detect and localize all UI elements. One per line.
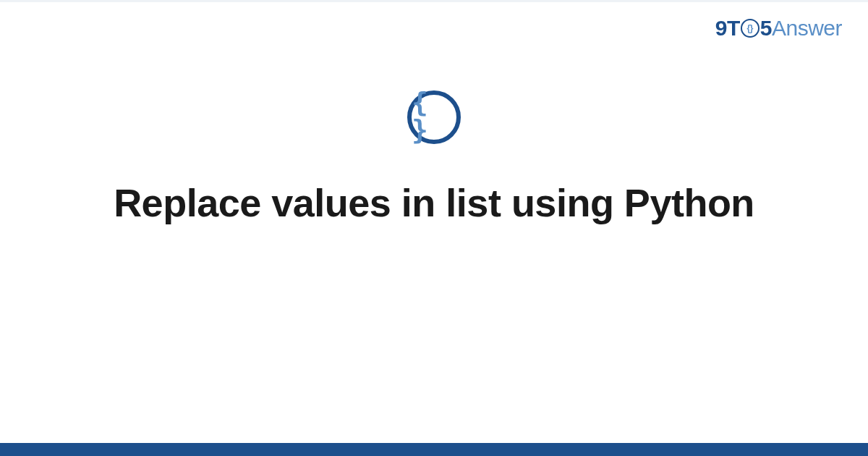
logo-five: 5	[760, 16, 772, 41]
logo-o-ring: {}	[741, 19, 760, 38]
logo-o-badge: {}	[741, 19, 760, 38]
logo-answer: Answer	[772, 16, 842, 41]
page-title: Replace values in list using Python	[114, 179, 754, 228]
braces-glyph: { }	[412, 88, 456, 143]
site-logo[interactable]: 9 T {} 5 Answer	[715, 16, 842, 41]
top-light-bar	[0, 0, 868, 2]
logo-o-braces: {}	[747, 24, 753, 33]
code-braces-icon: { }	[407, 90, 461, 144]
logo-nine: 9	[715, 16, 727, 41]
footer-accent-bar	[0, 443, 868, 456]
hero-section: { } Replace values in list using Python	[0, 90, 868, 228]
logo-t: T	[727, 16, 740, 41]
